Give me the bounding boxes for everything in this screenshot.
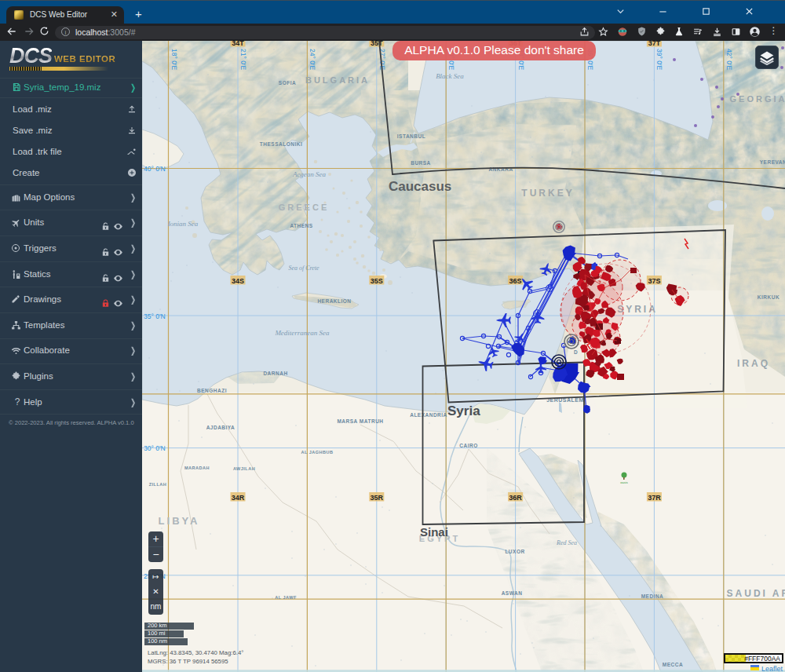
svg-text:Red Sea: Red Sea [556,539,577,546]
svg-text:GREECE: GREECE [279,203,329,212]
svg-text:36S: 36S [509,277,522,285]
svg-text:Ionian Sea: Ionian Sea [167,220,199,228]
svg-text:35R: 35R [371,494,384,502]
svg-text:37T: 37T [648,41,661,47]
svg-text:IRAQ: IRAQ [737,358,770,369]
svg-text:LUXOR: LUXOR [505,549,524,554]
svg-text:24° 0'E: 24° 0'E [309,49,316,71]
svg-text:MECCA: MECCA [663,662,683,667]
svg-text:34S: 34S [232,277,244,285]
svg-text:YEREVAN: YEREVAN [760,159,785,165]
svg-text:39° 0'E: 39° 0'E [655,49,663,71]
svg-text:MEDINA: MEDINA [641,593,664,599]
svg-text:SAUDI ARABIA: SAUDI ARABIA [727,588,785,599]
svg-text:oasis: oasis [620,480,627,484]
svg-text:BENGHAZI: BENGHAZI [197,388,227,393]
svg-text:Sea of Crete: Sea of Crete [288,265,319,272]
svg-text:BURSA: BURSA [411,160,431,166]
svg-text:MARSA MATRUH: MARSA MATRUH [337,418,383,424]
svg-text:30° 0'N: 30° 0'N [144,444,166,452]
svg-text:35T: 35T [371,41,383,47]
svg-text:SOFIA: SOFIA [279,80,296,86]
svg-text:DARNAH: DARNAH [263,371,287,376]
svg-text:35° 0'N: 35° 0'N [144,312,166,320]
svg-text:21° 0'E: 21° 0'E [239,49,247,71]
svg-text:42° 0'E: 42° 0'E [725,49,733,71]
svg-text:34R: 34R [232,494,245,502]
svg-text:THESSALONIKI: THESSALONIKI [260,141,302,147]
svg-text:ZILLAH: ZILLAH [149,482,167,487]
svg-text:D: D [574,349,578,355]
svg-text:CAIRO: CAIRO [459,443,477,448]
svg-text:34T: 34T [232,41,244,47]
svg-text:AWJILAH: AWJILAH [233,466,255,471]
svg-text:TURKEY: TURKEY [521,188,574,199]
svg-text:AJDABIYA: AJDABIYA [206,425,236,430]
svg-text:37S: 37S [648,277,660,285]
svg-text:Black Sea: Black Sea [436,72,464,80]
svg-text:AL JAWF: AL JAWF [275,595,297,600]
svg-text:Syria: Syria [447,404,480,418]
svg-text:MARADAH: MARADAH [184,466,210,470]
svg-text:36R: 36R [509,494,522,502]
svg-text:ASWAN: ASWAN [502,590,523,596]
svg-text:ATHENS: ATHENS [290,223,312,228]
svg-text:BULGARIA: BULGARIA [305,75,370,85]
svg-text:18° 0'E: 18° 0'E [170,49,178,71]
svg-text:KIRKUK: KIRKUK [758,294,780,300]
svg-text:AL JAGHBUB: AL JAGHBUB [301,450,334,455]
svg-text:LIBYA: LIBYA [159,515,200,527]
svg-text:37R: 37R [648,494,661,502]
svg-text:Mediterranean Sea: Mediterranean Sea [274,329,330,337]
svg-text:ALEXANDRIA: ALEXANDRIA [410,412,447,418]
svg-text:Sinai: Sinai [420,525,448,539]
svg-text:35S: 35S [371,277,383,285]
svg-text:HERAKLION: HERAKLION [317,298,351,304]
svg-text:ISTANBUL: ISTANBUL [397,133,425,139]
svg-text:Caucasus: Caucasus [389,179,451,194]
svg-text:Aegean Sea: Aegean Sea [292,170,327,178]
svg-text:40° 0'N: 40° 0'N [144,165,166,173]
